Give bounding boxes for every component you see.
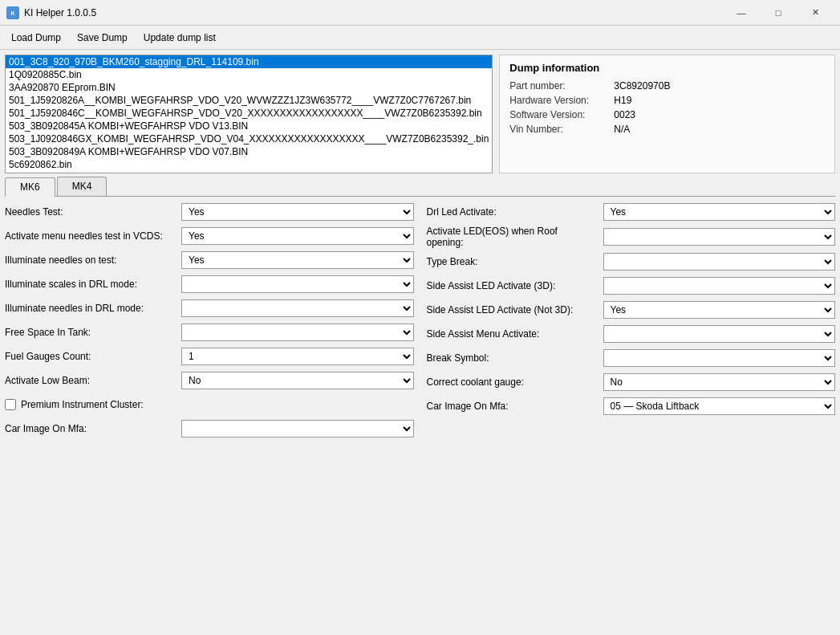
file-list-item[interactable]: 1Q0920885C.bin xyxy=(6,68,492,81)
file-list-item[interactable]: 5c6920872.bin xyxy=(6,171,492,173)
dump-info-title: Dump information xyxy=(509,62,825,74)
form-row-side-assist-menu: Side Assist Menu Activate:YesNo xyxy=(427,324,836,344)
side-assist-menu-label: Side Assist Menu Activate: xyxy=(427,328,603,340)
form-row-premium-instrument-cluster: Premium Instrument Cluster: xyxy=(5,394,414,415)
type-break-label: Type Break: xyxy=(427,256,603,267)
side-assist-led-3d-control: YesNo xyxy=(603,277,836,295)
illuminate-needles-drl-control: YesNo xyxy=(181,299,414,317)
car-image-mfa-left-select[interactable]: 0102030405 — Skoda Liftback xyxy=(181,420,414,438)
needles-test-select[interactable]: YesNo xyxy=(181,203,414,221)
premium-instrument-cluster-checkbox[interactable] xyxy=(5,399,16,410)
form-row-illuminate-needles-test: Illuminate needles on test:YesNo xyxy=(5,250,414,271)
type-break-select[interactable]: YesNo xyxy=(603,253,836,271)
svg-text:K: K xyxy=(10,10,14,16)
activate-low-beam-select[interactable]: NoYes xyxy=(181,372,414,389)
minimize-button[interactable]: — xyxy=(723,0,760,26)
menu-update-dump-list[interactable]: Update dump list xyxy=(136,29,224,47)
file-list-item[interactable]: 503_3B0920849A KOMBI+WEGFAHRSP VDO V07.B… xyxy=(6,145,492,158)
tab-mk4[interactable]: MK4 xyxy=(57,177,108,196)
side-assist-led-not3d-select[interactable]: YesNo xyxy=(603,301,836,319)
form-row-type-break: Type Break:YesNo xyxy=(427,251,836,272)
menu-load-dump[interactable]: Load Dump xyxy=(3,29,69,47)
app-icon: K xyxy=(6,6,19,19)
file-list-item[interactable]: 503_1J0920846GX_KOMBI_WEGFAHRSP_VDO_V04_… xyxy=(6,132,492,145)
fuel-gauges-count-select[interactable]: 1234 xyxy=(181,348,414,365)
dump-info-value: H19 xyxy=(614,95,631,106)
close-button[interactable]: ✕ xyxy=(797,0,834,26)
side-assist-led-3d-label: Side Assist LED Activate (3D): xyxy=(427,280,603,291)
illuminate-needles-test-control: YesNo xyxy=(181,251,414,269)
fuel-gauges-count-label: Fuel Gauges Count: xyxy=(5,351,181,362)
file-list-container: 001_3C8_920_970B_BKM260_stagging_DRL_114… xyxy=(5,55,493,173)
tab-mk6[interactable]: MK6 xyxy=(5,177,55,197)
activate-led-eos-select[interactable]: YesNo xyxy=(603,228,836,246)
drl-led-activate-select[interactable]: YesNo xyxy=(603,203,836,221)
premium-instrument-cluster-label: Premium Instrument Cluster: xyxy=(21,399,144,410)
illuminate-scales-drl-select[interactable]: YesNo xyxy=(181,275,414,293)
form-row-fuel-gauges-count: Fuel Gauges Count:1234 xyxy=(5,346,414,367)
side-assist-menu-control: YesNo xyxy=(603,325,836,343)
form-row-needles-test: Needles Test:YesNo xyxy=(5,201,414,222)
dump-info-value: 0023 xyxy=(614,109,635,120)
file-list[interactable]: 001_3C8_920_970B_BKM260_stagging_DRL_114… xyxy=(5,55,493,173)
form-row-free-space-tank: Free Space In Tank:YesNo xyxy=(5,322,414,343)
side-assist-led-not3d-label: Side Assist LED Activate (Not 3D): xyxy=(427,304,603,315)
dump-info-row: Software Version:0023 xyxy=(509,109,825,120)
free-space-tank-select[interactable]: YesNo xyxy=(181,324,414,341)
illuminate-needles-drl-select[interactable]: YesNo xyxy=(181,299,414,317)
form-row-correct-coolant-gauge: Correct coolant gauge:NoYes xyxy=(427,372,836,393)
file-list-item[interactable]: 5c6920862.bin xyxy=(6,158,492,171)
file-list-item[interactable]: 001_3C8_920_970B_BKM260_stagging_DRL_114… xyxy=(6,55,492,68)
form-row-car-image-mfa-left: Car Image On Mfa:0102030405 — Skoda Lift… xyxy=(5,418,414,439)
free-space-tank-control: YesNo xyxy=(181,324,414,341)
window-controls: — □ ✕ xyxy=(723,0,834,26)
dump-info-label: Vin Number: xyxy=(509,124,614,135)
car-image-mfa-right-select[interactable]: 0102030405 — Skoda Liftback xyxy=(603,397,836,415)
dump-info-label: Part number: xyxy=(509,80,614,92)
activate-menu-needles-label: Activate menu needles test in VCDS: xyxy=(5,230,181,242)
correct-coolant-gauge-label: Correct coolant gauge: xyxy=(427,377,603,388)
file-list-item[interactable]: 501_1J5920826A__KOMBI_WEGFAHRSP_VDO_V20_… xyxy=(6,94,492,107)
tabs: MK6MK4 xyxy=(5,177,835,197)
form-row-activate-menu-needles: Activate menu needles test in VCDS:YesNo xyxy=(5,226,414,246)
illuminate-scales-drl-control: YesNo xyxy=(181,275,414,293)
menu-save-dump[interactable]: Save Dump xyxy=(69,29,136,47)
activate-low-beam-label: Activate Low Beam: xyxy=(5,375,181,386)
needles-test-label: Needles Test: xyxy=(5,206,181,218)
side-assist-menu-select[interactable]: YesNo xyxy=(603,325,836,343)
settings-right-column: Drl Led Activate:YesNoActivate LED(EOS) … xyxy=(427,201,836,439)
illuminate-needles-test-select[interactable]: YesNo xyxy=(181,251,414,269)
form-row-side-assist-led-3d: Side Assist LED Activate (3D):YesNo xyxy=(427,275,836,296)
dump-info-row: Hardware Version:H19 xyxy=(509,95,825,106)
top-section: 001_3C8_920_970B_BKM260_stagging_DRL_114… xyxy=(5,55,835,173)
break-symbol-label: Break Symbol: xyxy=(427,352,603,364)
form-row-drl-led-activate: Drl Led Activate:YesNo xyxy=(427,201,836,222)
file-list-item[interactable]: 501_1J5920846C__KOMBI_WEGFAHRSP_VDO_V20_… xyxy=(6,107,492,120)
settings-left-column: Needles Test:YesNoActivate menu needles … xyxy=(5,201,414,439)
menu-bar: Load Dump Save Dump Update dump list xyxy=(0,26,840,50)
form-row-illuminate-needles-drl: Illuminate needles in DRL mode:YesNo xyxy=(5,298,414,319)
drl-led-activate-label: Drl Led Activate: xyxy=(427,206,603,218)
break-symbol-select[interactable]: YesNo xyxy=(603,349,836,367)
dump-info-row: Part number:3C8920970B xyxy=(509,80,825,92)
settings-form: Needles Test:YesNoActivate menu needles … xyxy=(5,201,835,439)
drl-led-activate-control: YesNo xyxy=(603,203,836,221)
activate-led-eos-control: YesNo xyxy=(603,228,836,246)
type-break-control: YesNo xyxy=(603,253,836,271)
break-symbol-control: YesNo xyxy=(603,349,836,367)
maximize-button[interactable]: □ xyxy=(760,0,797,26)
activate-menu-needles-select[interactable]: YesNo xyxy=(181,227,414,245)
activate-led-eos-label: Activate LED(EOS) when Roof opening: xyxy=(427,226,603,248)
title-bar: K KI Helper 1.0.0.5 — □ ✕ xyxy=(0,0,840,26)
side-assist-led-3d-select[interactable]: YesNo xyxy=(603,277,836,295)
correct-coolant-gauge-select[interactable]: NoYes xyxy=(603,373,836,391)
file-list-item[interactable]: 503_3B0920845A KOMBI+WEGFAHRSP VDO V13.B… xyxy=(6,120,492,132)
car-image-mfa-left-control: 0102030405 — Skoda Liftback xyxy=(181,420,414,438)
activate-low-beam-control: NoYes xyxy=(181,372,414,389)
car-image-mfa-right-control: 0102030405 — Skoda Liftback xyxy=(603,397,836,415)
main-content: 001_3C8_920_970B_BKM260_stagging_DRL_114… xyxy=(0,50,840,444)
file-list-item[interactable]: 3AA920870 EEprom.BIN xyxy=(6,81,492,94)
car-image-mfa-right-label: Car Image On Mfa: xyxy=(427,401,603,412)
dump-info-value: N/A xyxy=(614,124,630,135)
illuminate-needles-drl-label: Illuminate needles in DRL mode: xyxy=(5,303,181,314)
